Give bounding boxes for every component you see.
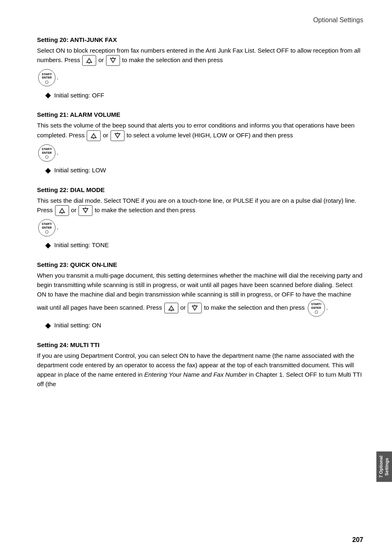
setting-23-section: Setting 23: QUICK ON-LINE When you trans… [37,261,363,330]
svg-marker-10 [83,208,88,213]
setting-24-title: Setting 24: MULTI TTI [37,341,363,348]
start-enter-button-20: START/ ENTER [38,69,55,86]
setting-22-section: Setting 22: DIAL MODE This sets the dial… [37,186,363,250]
setting-21-body: This sets the volume of the beep sound t… [37,120,363,141]
bullet-diamond-22: ◆ [45,241,51,250]
setting-22-body: This sets the dial mode. Select TONE if … [37,196,363,216]
start-enter-button-23: START/ ENTER [308,299,325,317]
setting-20-section: Setting 20: ANTI-JUNK FAX Select ON to b… [37,36,363,100]
setting-23-body: When you transmit a multi-page document,… [37,271,363,317]
svg-marker-2 [111,58,115,63]
setting-22-initial: ◆ Initial setting: TONE [45,241,363,250]
bullet-diamond-23: ◆ [45,321,51,330]
side-tab: 7 OptionalSettings [376,452,392,482]
setting-22-body2: START/ ENTER . [37,219,363,236]
up-arrow-icon-22 [55,205,69,216]
setting-23-title: Setting 23: QUICK ON-LINE [37,261,363,268]
setting-23-initial: ◆ Initial setting: ON [45,321,363,330]
setting-21-initial: ◆ Initial setting: LOW [45,166,363,175]
setting-21-body2: START/ ENTER . [37,144,363,162]
svg-marker-8 [60,208,65,213]
header-title: Optional Settings [313,16,363,23]
down-arrow-icon [106,55,120,66]
setting-22-title: Setting 22: DIAL MODE [37,186,363,193]
svg-marker-6 [115,134,120,138]
page-container: Optional Settings Setting 20: ANTI-JUNK … [0,0,392,556]
page-header: Optional Settings [37,16,363,24]
up-arrow-icon-23 [164,303,178,313]
svg-marker-0 [87,58,92,63]
svg-marker-12 [169,306,174,310]
start-enter-button-22: START/ ENTER [38,219,55,236]
setting-21-section: Setting 21: ALARM VOLUME This sets the v… [37,111,363,174]
down-arrow-icon-21 [111,130,125,141]
setting-20-title: Setting 20: ANTI-JUNK FAX [37,36,363,43]
setting-24-section: Setting 24: MULTI TTI If you are using D… [37,341,363,389]
setting-24-body: If you are using Department Control, you… [37,351,363,389]
svg-marker-14 [192,306,197,310]
up-arrow-icon-21 [87,130,101,141]
setting-20-initial: ◆ Initial setting: OFF [45,90,363,100]
down-arrow-icon-23 [188,303,202,313]
down-arrow-icon-22 [78,205,92,216]
setting-21-title: Setting 21: ALARM VOLUME [37,111,363,118]
start-enter-button-21: START/ ENTER [38,144,55,162]
svg-marker-4 [91,134,96,138]
bullet-diamond-20: ◆ [45,90,51,100]
up-arrow-icon [82,55,96,66]
setting-20-body2: START/ ENTER . [37,69,363,86]
page-number: 207 [352,536,363,544]
setting-20-body: Select ON to block reception from fax nu… [37,46,363,66]
bullet-diamond-21: ◆ [45,166,51,175]
